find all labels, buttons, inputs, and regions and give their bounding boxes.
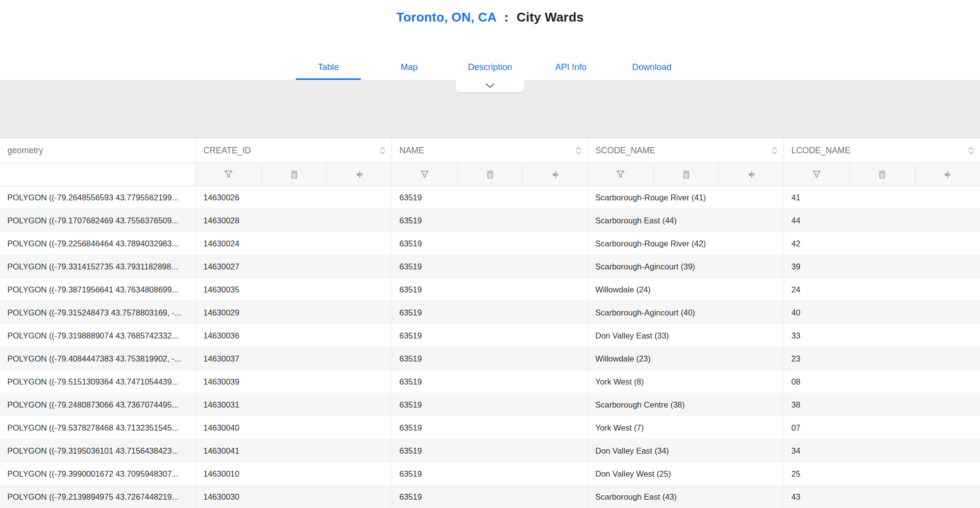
filter-cell-scode-name — [588, 163, 784, 186]
cell-create-id: 14630035 — [196, 278, 392, 301]
calculator-icon — [290, 170, 298, 179]
column-header-name[interactable]: NAME — [392, 138, 588, 163]
compare-button-name[interactable] — [522, 163, 588, 186]
calculator-icon — [878, 170, 886, 179]
cell-lcode-name: 24 — [784, 278, 980, 301]
location-link[interactable]: Toronto, ON, CA — [396, 10, 496, 24]
calculator-button-scode-name[interactable] — [653, 163, 718, 186]
sort-arrows-icon — [968, 146, 974, 155]
cell-geometry: POLYGON ((-79.4084447383 43.753819902, -… — [0, 347, 196, 370]
collapse-tabs-button[interactable] — [456, 80, 525, 92]
tab-table[interactable]: Table — [288, 54, 369, 80]
calculator-icon — [486, 170, 494, 179]
cell-lcode-name: 25 — [784, 462, 980, 485]
table-row: POLYGON ((-79.4084447383 43.753819902, -… — [0, 347, 980, 370]
column-header-scode-name[interactable]: SCODE_NAME — [588, 138, 784, 163]
page: Toronto, ON, CA : City Wards TableMapDes… — [0, 0, 980, 508]
cell-lcode-name: 44 — [784, 209, 980, 232]
column-label: NAME — [399, 145, 424, 156]
cell-create-id: 14630037 — [196, 347, 392, 370]
cell-name: 63519 — [392, 485, 588, 508]
cell-scode-name: Willowdale (23) — [588, 347, 784, 370]
column-header-create-id[interactable]: CREATE_ID — [196, 138, 392, 163]
filter-button-name[interactable] — [392, 163, 457, 186]
tab-map[interactable]: Map — [369, 54, 450, 80]
cell-create-id: 14630041 — [196, 439, 392, 462]
cell-geometry: POLYGON ((-79.3871956641 43.7634808699..… — [0, 278, 196, 301]
tab-bar: TableMapDescriptionAPI InfoDownload — [288, 54, 692, 80]
table-header-row: geometryCREATE_IDNAMESCODE_NAMELCODE_NAM… — [0, 138, 980, 163]
cell-scode-name: Willowdale (24) — [588, 278, 784, 301]
cell-lcode-name: 43 — [784, 485, 980, 508]
cell-lcode-name: 40 — [784, 301, 980, 324]
cell-scode-name: Don Valley East (34) — [588, 439, 784, 462]
cell-lcode-name: 07 — [784, 416, 980, 439]
compare-button-lcode-name[interactable] — [915, 163, 980, 186]
page-title: Toronto, ON, CA : City Wards — [0, 10, 980, 25]
cell-name: 63519 — [392, 232, 588, 255]
cell-lcode-name: 38 — [784, 393, 980, 416]
table-row: POLYGON ((-79.2256846464 43.7894032983..… — [0, 232, 980, 255]
filter-button-lcode-name[interactable] — [784, 163, 849, 186]
data-table: geometryCREATE_IDNAMESCODE_NAMELCODE_NAM… — [0, 138, 980, 508]
cell-create-id: 14630030 — [196, 485, 392, 508]
cell-create-id: 14630024 — [196, 232, 392, 255]
cell-create-id: 14630028 — [196, 209, 392, 232]
tab-api-info[interactable]: API Info — [531, 54, 612, 80]
table-row: POLYGON ((-79.315248473 43.7578803169, -… — [0, 301, 980, 324]
compare-icon — [943, 170, 952, 179]
column-label: SCODE_NAME — [595, 145, 656, 156]
cell-scode-name: Scarborough-Agincourt (40) — [588, 301, 784, 324]
cell-create-id: 14630026 — [196, 186, 392, 209]
cell-scode-name: Scarborough-Rouge River (42) — [588, 232, 784, 255]
cell-lcode-name: 42 — [784, 232, 980, 255]
compare-button-scode-name[interactable] — [718, 163, 784, 186]
dataset-title: City Wards — [516, 10, 584, 24]
column-label: LCODE_NAME — [791, 145, 851, 156]
cell-create-id: 14630039 — [196, 370, 392, 393]
table-filter-row — [0, 163, 980, 186]
calculator-button-name[interactable] — [457, 163, 522, 186]
cell-geometry: POLYGON ((-79.1707682469 43.7556376509..… — [0, 209, 196, 232]
table-row: POLYGON ((-79.2648556593 43.7795562199..… — [0, 186, 980, 209]
column-header-lcode-name[interactable]: LCODE_NAME — [784, 138, 980, 163]
table-body: POLYGON ((-79.2648556593 43.7795562199..… — [0, 186, 980, 508]
compare-icon — [747, 170, 756, 179]
tab-description[interactable]: Description — [450, 54, 531, 80]
calculator-button-lcode-name[interactable] — [849, 163, 914, 186]
table-row: POLYGON ((-79.3871956641 43.7634808699..… — [0, 278, 980, 301]
cell-name: 63519 — [392, 186, 588, 209]
tab-download[interactable]: Download — [612, 54, 692, 80]
cell-lcode-name: 23 — [784, 347, 980, 370]
cell-name: 63519 — [392, 278, 588, 301]
cell-create-id: 14630031 — [196, 393, 392, 416]
cell-geometry: POLYGON ((-79.2139894975 43.7267448219..… — [0, 485, 196, 508]
column-label: CREATE_ID — [203, 145, 251, 156]
cell-create-id: 14630036 — [196, 324, 392, 347]
filter-funnel-icon — [812, 170, 821, 179]
cell-create-id: 14630010 — [196, 462, 392, 485]
calculator-button-create-id[interactable] — [261, 163, 326, 186]
cell-name: 63519 — [392, 209, 588, 232]
cell-geometry: POLYGON ((-79.3195036101 43.7156438423..… — [0, 439, 196, 462]
chevron-down-icon — [486, 82, 495, 90]
cell-geometry: POLYGON ((-79.2480873066 43.7367074495..… — [0, 393, 196, 416]
compare-icon — [551, 170, 560, 179]
cell-geometry: POLYGON ((-79.315248473 43.7578803169, -… — [0, 301, 196, 324]
cell-geometry: POLYGON ((-79.3198889074 43.7685742332..… — [0, 324, 196, 347]
filter-button-scode-name[interactable] — [588, 163, 653, 186]
table-row: POLYGON ((-79.1707682469 43.7556376509..… — [0, 209, 980, 232]
table-row: POLYGON ((-79.2139894975 43.7267448219..… — [0, 485, 980, 508]
table-row: POLYGON ((-79.3195036101 43.7156438423..… — [0, 439, 980, 462]
cell-lcode-name: 39 — [784, 255, 980, 278]
cell-name: 63519 — [392, 416, 588, 439]
cell-geometry: POLYGON ((-79.2648556593 43.7795562199..… — [0, 186, 196, 209]
compare-button-create-id[interactable] — [326, 163, 392, 186]
sort-arrows-icon — [379, 146, 386, 155]
cell-name: 63519 — [392, 439, 588, 462]
cell-geometry: POLYGON ((-79.5151309364 43.7471054439..… — [0, 370, 196, 393]
filter-button-create-id[interactable] — [196, 163, 261, 186]
cell-name: 63519 — [392, 370, 588, 393]
cell-name: 63519 — [392, 324, 588, 347]
filter-funnel-icon — [420, 170, 429, 179]
